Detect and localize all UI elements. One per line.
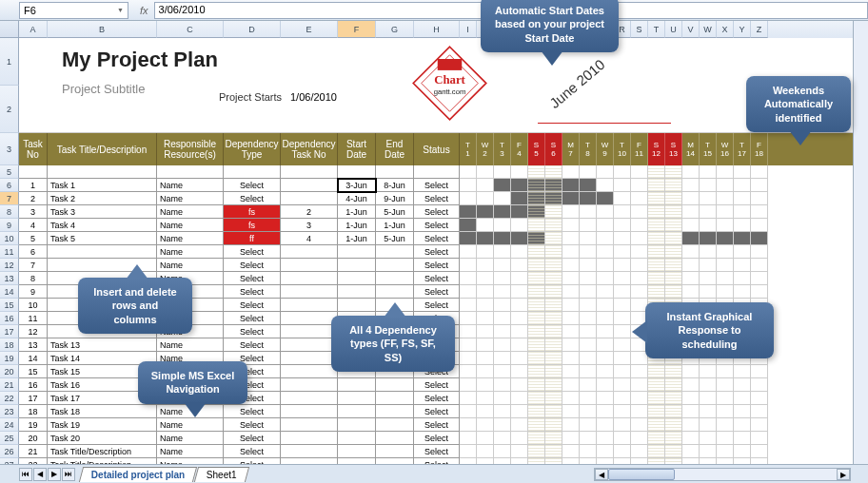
cell[interactable]: 1: [19, 179, 48, 192]
gantt-cell[interactable]: [682, 272, 700, 285]
cell[interactable]: 5-Jun: [376, 232, 414, 245]
cell[interactable]: [281, 165, 338, 179]
cell[interactable]: 8-Jun: [376, 179, 414, 192]
gantt-cell[interactable]: [580, 352, 597, 365]
gantt-cell[interactable]: [494, 445, 511, 458]
gantt-cell[interactable]: [528, 392, 545, 405]
gantt-cell[interactable]: [511, 365, 528, 378]
gantt-cell[interactable]: [751, 445, 768, 458]
gantt-cell[interactable]: [717, 285, 734, 299]
gantt-cell[interactable]: [511, 312, 528, 325]
cell[interactable]: 16: [19, 378, 48, 392]
column-header[interactable]: A: [19, 21, 48, 38]
column-header[interactable]: T: [648, 21, 665, 38]
cell[interactable]: [281, 392, 338, 405]
gantt-cell[interactable]: [614, 299, 631, 312]
gantt-cell[interactable]: [494, 378, 511, 392]
gantt-cell[interactable]: [631, 285, 648, 299]
cell[interactable]: 5: [19, 232, 48, 245]
gantt-cell[interactable]: [511, 392, 528, 405]
cell[interactable]: Select: [414, 232, 460, 245]
gantt-cell[interactable]: [631, 418, 648, 432]
cell[interactable]: [281, 192, 338, 205]
gantt-cell[interactable]: [665, 392, 682, 405]
gantt-cell[interactable]: [665, 179, 682, 192]
gantt-cell[interactable]: [494, 365, 511, 378]
gantt-cell[interactable]: [734, 179, 751, 192]
gantt-cell[interactable]: [700, 405, 717, 418]
cell[interactable]: Name: [157, 338, 224, 352]
gantt-cell[interactable]: [717, 192, 734, 205]
cell[interactable]: 18: [19, 405, 48, 418]
gantt-cell[interactable]: [477, 432, 494, 445]
gantt-cell[interactable]: [682, 232, 700, 245]
gantt-cell[interactable]: [511, 418, 528, 432]
cell[interactable]: [376, 272, 414, 285]
gantt-cell[interactable]: [665, 192, 682, 205]
cell[interactable]: [338, 165, 376, 179]
gantt-cell[interactable]: [562, 445, 580, 458]
cell[interactable]: Name: [157, 232, 224, 245]
gantt-cell[interactable]: [494, 205, 511, 219]
gantt-cell[interactable]: [648, 179, 665, 192]
cell[interactable]: [281, 418, 338, 432]
cell[interactable]: 11: [19, 312, 48, 325]
gantt-cell[interactable]: [511, 205, 528, 219]
gantt-cell[interactable]: [614, 405, 631, 418]
cell[interactable]: 1-Jun: [338, 219, 376, 232]
gantt-cell[interactable]: [580, 179, 597, 192]
gantt-cell[interactable]: [528, 165, 545, 179]
gantt-cell[interactable]: [614, 338, 631, 352]
cell[interactable]: [281, 285, 338, 299]
cell[interactable]: 1-Jun: [338, 232, 376, 245]
gantt-cell[interactable]: [597, 338, 614, 352]
cell[interactable]: [281, 445, 338, 458]
gantt-cell[interactable]: [528, 285, 545, 299]
cell[interactable]: Task 20: [48, 432, 157, 445]
cell[interactable]: 15: [19, 365, 48, 378]
gantt-cell[interactable]: [597, 418, 614, 432]
gantt-cell[interactable]: [682, 445, 700, 458]
cell[interactable]: Select: [224, 432, 281, 445]
gantt-cell[interactable]: [562, 299, 580, 312]
gantt-cell[interactable]: [511, 245, 528, 259]
column-header[interactable]: F: [338, 21, 376, 38]
cell[interactable]: [281, 432, 338, 445]
gantt-cell[interactable]: [597, 312, 614, 325]
gantt-cell[interactable]: [631, 445, 648, 458]
gantt-cell[interactable]: [580, 445, 597, 458]
cell[interactable]: Task 1: [48, 179, 157, 192]
sheet-tab[interactable]: Sheet1: [194, 467, 249, 482]
gantt-cell[interactable]: [477, 418, 494, 432]
gantt-cell[interactable]: [562, 192, 580, 205]
gantt-cell[interactable]: [648, 285, 665, 299]
gantt-cell[interactable]: [562, 405, 580, 418]
cell[interactable]: [48, 165, 157, 179]
gantt-cell[interactable]: [614, 165, 631, 179]
cell[interactable]: [376, 245, 414, 259]
gantt-cell[interactable]: [597, 179, 614, 192]
gantt-cell[interactable]: [751, 259, 768, 272]
row-header[interactable]: 8: [0, 205, 19, 219]
gantt-cell[interactable]: [682, 418, 700, 432]
gantt-cell[interactable]: [682, 285, 700, 299]
cell[interactable]: 6: [19, 245, 48, 259]
gantt-cell[interactable]: [460, 418, 477, 432]
gantt-cell[interactable]: [734, 232, 751, 245]
cell[interactable]: 10: [19, 299, 48, 312]
cell[interactable]: [338, 405, 376, 418]
gantt-cell[interactable]: [460, 365, 477, 378]
cell[interactable]: [376, 418, 414, 432]
gantt-cell[interactable]: [477, 365, 494, 378]
gantt-cell[interactable]: [751, 179, 768, 192]
gantt-cell[interactable]: [460, 165, 477, 179]
column-header[interactable]: S: [631, 21, 648, 38]
gantt-cell[interactable]: [751, 272, 768, 285]
gantt-cell[interactable]: [528, 205, 545, 219]
gantt-cell[interactable]: [734, 432, 751, 445]
gantt-cell[interactable]: [562, 352, 580, 365]
gantt-cell[interactable]: [511, 259, 528, 272]
gantt-cell[interactable]: [562, 272, 580, 285]
gantt-cell[interactable]: [477, 338, 494, 352]
gantt-cell[interactable]: [511, 165, 528, 179]
